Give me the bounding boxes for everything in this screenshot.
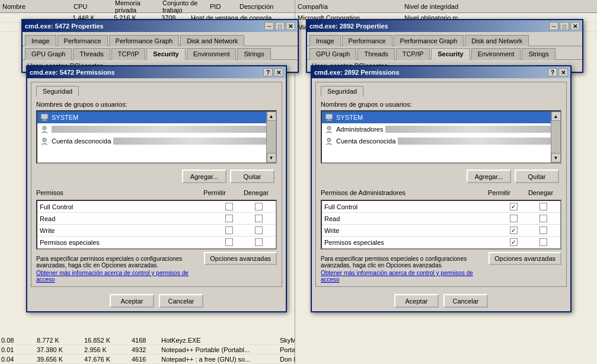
perm-tab-label-5472[interactable]: Seguridad	[36, 86, 79, 97]
tab-gpu-5472[interactable]: GPU Graph	[25, 48, 72, 60]
tab-perf-graph-5472[interactable]: Performance Graph	[109, 35, 180, 46]
user-item-cuenta-2892[interactable]: Cuenta desconocida	[322, 135, 560, 147]
remove-btn-5472[interactable]: Quitar	[230, 170, 274, 183]
col-mem: Memoria privada	[115, 0, 162, 14]
section-label-5472: Nombres de grupos o usuarios:	[36, 101, 277, 108]
cancel-btn-2892[interactable]: Cancelar	[443, 294, 488, 308]
title-2892: cmd.exe: 2892 Properties	[309, 23, 388, 30]
user-item-unknown1-5472[interactable]	[37, 123, 276, 135]
tab-security-5472[interactable]: Security	[146, 48, 185, 60]
minimize-btn-5472[interactable]: ─	[264, 22, 274, 30]
cb-read-permit-2892[interactable]	[510, 215, 518, 222]
cb-special-permit-2892[interactable]	[510, 238, 518, 246]
perm-dialog-2892: cmd.exe: 2892 Permissions ? ✕ Seguridad …	[311, 65, 572, 312]
scroll-track-2892	[551, 121, 560, 153]
tab-strings-5472[interactable]: Strings	[237, 48, 270, 60]
cb-special-deny-5472[interactable]	[255, 238, 263, 246]
perm-help-btn-5472[interactable]: ?	[263, 68, 273, 76]
cb-fc-deny-2892[interactable]	[539, 203, 547, 210]
cb-write-deny-5472[interactable]	[255, 226, 263, 234]
tab-threads-5472[interactable]: Threads	[73, 48, 110, 60]
user-item-system-2892[interactable]: SYSTEM	[322, 111, 560, 123]
link-2892[interactable]: Obtener más información acerca de contro…	[321, 270, 484, 283]
tab-tcpip-5472[interactable]: TCP/IP	[111, 48, 145, 60]
deny-header-5472: Denegar	[235, 189, 277, 196]
scrollbar-userlist-2892[interactable]: ▲ ▼	[551, 111, 560, 162]
cb-write-permit-5472[interactable]	[225, 226, 233, 234]
tab-env-5472[interactable]: Environment	[187, 48, 237, 60]
tab-env-2892[interactable]: Environment	[471, 48, 521, 60]
cb-special-permit-5472[interactable]	[225, 238, 233, 246]
cb-fc-permit-2892[interactable]	[510, 203, 518, 210]
perms-section-5472: Permisos Permitir Denegar Full Control R…	[36, 188, 277, 250]
perm-help-btn-2892[interactable]: ?	[548, 68, 557, 76]
maximize-btn-5472[interactable]: □	[275, 22, 285, 30]
cb-fc-deny-5472[interactable]	[255, 203, 263, 210]
close-btn-2892[interactable]: ✕	[570, 22, 580, 30]
cb-read-permit-5472[interactable]	[225, 215, 233, 222]
perms-header-5472: Permisos Permitir Denegar	[36, 188, 277, 197]
perms-table-5472: Full Control Read Write Permisos especia…	[36, 200, 277, 250]
close-btn-5472[interactable]: ✕	[286, 22, 295, 30]
tab-bar-5472-row1: Image Performance Performance Graph Disk…	[23, 32, 298, 46]
info-text-5472: Para especificar permisos especiales o c…	[36, 256, 199, 269]
user-item-admin-2892[interactable]: Administradores	[322, 123, 560, 135]
tab-perf-graph-2892[interactable]: Performance Graph	[394, 35, 464, 46]
svg-rect-5	[325, 114, 333, 119]
user-item-cuenta-5472[interactable]: Cuenta desconocida	[37, 135, 276, 147]
cuenta-name-5472: Cuenta desconocida	[52, 138, 111, 145]
ok-btn-5472[interactable]: Aceptar	[110, 294, 154, 308]
system-icon-2892	[324, 113, 334, 122]
scroll-up-5472[interactable]: ▲	[267, 111, 276, 121]
remove-btn-2892[interactable]: Quitar	[515, 170, 559, 183]
perm-close-btn-2892[interactable]: ✕	[558, 68, 568, 76]
section-label-2892: Nombres de grupos o usuarios:	[321, 101, 561, 108]
add-btn-2892[interactable]: Agregar...	[467, 170, 511, 183]
tab-gpu-2892[interactable]: GPU Graph	[309, 48, 356, 60]
tab-performance-5472[interactable]: Performance	[58, 35, 108, 46]
user-name-system-5472: SYSTEM	[52, 114, 78, 121]
perm-content-5472: Seguridad Nombres de grupos o usuarios: …	[31, 82, 282, 287]
svg-rect-7	[326, 120, 332, 121]
cancel-btn-5472[interactable]: Cancelar	[159, 294, 203, 308]
cb-special-deny-2892[interactable]	[539, 238, 547, 246]
ok-btn-2892[interactable]: Aceptar	[394, 294, 439, 308]
perm-titlebar-5472: cmd.exe: 5472 Permissions ? ✕	[27, 66, 286, 78]
perm-tab-label-2892[interactable]: Seguridad	[321, 86, 363, 97]
tab-disk-net-2892[interactable]: Disk and Network	[465, 35, 529, 46]
user-list-5472[interactable]: SYSTEM	[36, 110, 277, 164]
perm-row-special-5472: Permisos especiales	[37, 237, 276, 248]
titlebar-buttons-5472[interactable]: ─ □ ✕	[264, 22, 295, 30]
adv-btn-5472[interactable]: Opciones avanzadas	[204, 252, 277, 265]
scroll-down-2892[interactable]: ▼	[551, 153, 561, 162]
scroll-up-2892[interactable]: ▲	[551, 111, 561, 121]
add-btn-5472[interactable]: Agregar...	[182, 170, 226, 183]
cb-read-deny-2892[interactable]	[539, 215, 547, 222]
link-5472[interactable]: Obtener más información acerca de contro…	[36, 270, 199, 283]
cb-read-deny-5472[interactable]	[255, 215, 263, 222]
scroll-down-5472[interactable]: ▼	[267, 153, 276, 162]
perm-tab-2892: Seguridad	[321, 86, 561, 96]
cb-write-permit-2892[interactable]	[510, 226, 518, 234]
titlebar-buttons-2892[interactable]: ─ □ ✕	[549, 22, 580, 30]
user-item-system-5472[interactable]: SYSTEM	[37, 111, 276, 123]
col-pid: PID	[210, 3, 240, 10]
tab-tcpip-2892[interactable]: TCP/IP	[396, 48, 430, 60]
tab-threads-2892[interactable]: Threads	[357, 48, 394, 60]
perm-close-btn-5472[interactable]: ✕	[274, 68, 283, 76]
perm-row-write-2892: Write	[322, 225, 560, 237]
tab-disk-net-5472[interactable]: Disk and Network	[180, 35, 244, 46]
tab-performance-2892[interactable]: Performance	[342, 35, 392, 46]
user-btn-row-5472: Agregar... Quitar	[36, 167, 277, 186]
user-list-2892[interactable]: SYSTEM Administradores	[321, 110, 561, 164]
cb-write-deny-2892[interactable]	[539, 226, 547, 234]
adv-btn-2892[interactable]: Opciones avanzadas	[489, 252, 561, 265]
minimize-btn-2892[interactable]: ─	[549, 22, 558, 30]
tab-image-5472[interactable]: Image	[25, 35, 56, 46]
tab-image-2892[interactable]: Image	[309, 35, 341, 46]
tab-strings-2892[interactable]: Strings	[522, 48, 555, 60]
maximize-btn-2892[interactable]: □	[560, 22, 569, 30]
cb-fc-permit-5472[interactable]	[225, 203, 233, 210]
scrollbar-userlist-5472[interactable]: ▲ ▼	[266, 111, 276, 162]
tab-security-2892[interactable]: Security	[431, 48, 470, 60]
